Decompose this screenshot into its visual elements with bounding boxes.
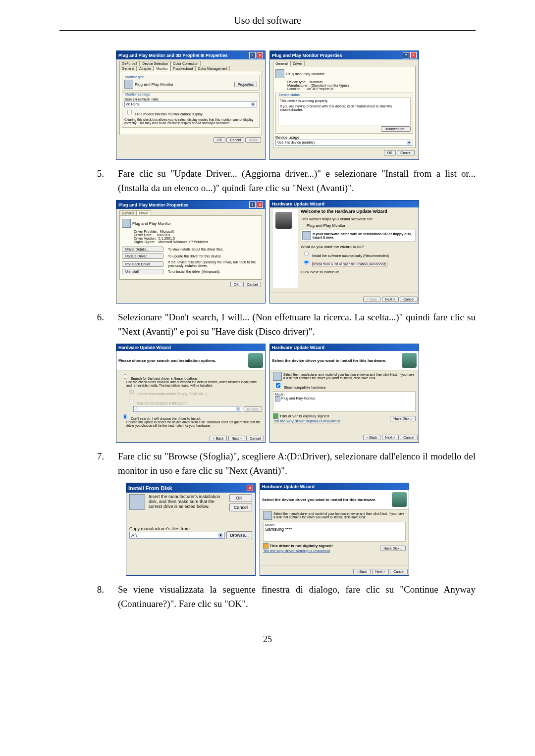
browse-button[interactable]: Browse... [226,531,252,539]
warning-icon [263,543,268,549]
install-disk-text: Insert the manufacturer's installation d… [147,494,228,509]
tab-device-selection[interactable]: Device Selection [140,61,170,66]
cancel-button[interactable]: Cancel [397,150,415,155]
back-button[interactable]: < Back [210,436,227,441]
dialog-install-from-disk: Install From Disk X Insert the manufactu… [126,483,256,576]
tab-monitor[interactable]: Monitor [154,66,170,71]
next-button[interactable]: Next > [382,435,399,440]
tab-general[interactable]: General [273,61,290,66]
driver-details-button[interactable]: Driver Details... [122,247,163,252]
copy-from-select[interactable]: A:\▾ [129,532,225,539]
disk-icon [129,494,145,510]
dont-search-desc: Choose this option to select the device … [119,420,262,427]
dialog-hardware-update-wizard-welcome: Hardware Update Wizard Welcome to the Ha… [269,200,419,303]
radio-install-auto[interactable] [304,252,309,256]
radio-dont-search[interactable] [123,414,127,419]
refresh-rate-select[interactable]: 60 Hertz▾ [124,101,257,107]
monitor-settings-label: Monitor settings [125,93,257,96]
back-button[interactable]: < Back [363,435,381,440]
cancel-button[interactable]: Cancel [229,504,252,511]
dialog-hardware-wizard-select-driver-samsung: Hardware Update Wizard Select the device… [260,483,409,576]
ok-button[interactable]: OK [230,282,242,287]
help-icon[interactable]: ? [249,202,256,208]
have-disk-button[interactable]: Have Disk... [390,416,416,421]
model-list-item[interactable]: Samsung **** [265,527,404,532]
troubleshoot-button[interactable]: Troubleshoot... [381,126,411,132]
monitor-name: Plug and Play Monitor [135,82,173,87]
back-button: < Back [363,297,381,302]
signing-info-link[interactable]: Tell me why driver signing is important [273,419,340,423]
dialog-title: Install From Disk [128,485,172,491]
ok-button[interactable]: OK [214,137,225,143]
cancel-button[interactable]: Cancel [226,137,244,143]
close-icon[interactable]: X [247,485,253,491]
tab-driver[interactable]: Driver [290,61,305,66]
dialog-pnp-monitor-properties-driver: Plug and Play Monitor Properties ?X Gene… [116,200,266,303]
close-icon[interactable]: X [257,202,263,208]
wizard-header: Select the device driver you want to ins… [262,498,389,502]
tab-general[interactable]: General [119,66,137,71]
step-number: 6. [59,310,118,339]
wizard-header: Select the device driver you want to ins… [272,358,399,363]
tab-troubleshoot[interactable]: Troubleshoot [170,66,196,71]
dialog-title: Hardware Update Wizard [272,345,324,350]
cancel-button[interactable]: Cancel [400,435,418,440]
hide-modes-checkbox[interactable] [127,110,132,114]
wizard-helps-text: This wizard helps you install software f… [301,217,416,221]
properties-button[interactable]: Properties [234,82,257,87]
cancel-button[interactable]: Cancel [246,436,264,441]
radio-search-best[interactable] [123,374,127,379]
next-button[interactable]: Next > [228,436,245,441]
close-icon[interactable]: X [257,52,263,58]
device-name: Plug and Play Monitor [286,72,324,76]
ok-button[interactable]: OK [384,150,396,155]
next-button[interactable]: Next > [382,297,399,302]
tab-color-mgmt[interactable]: Color Management [195,66,230,71]
device-name: Plug and Play Monitor [132,221,171,226]
chevron-down-icon: ▾ [407,141,411,145]
ok-button[interactable]: OK [229,494,252,502]
tab-geforce3[interactable]: GeForce3 [119,61,140,66]
dialog-title: Hardware Update Wizard [262,484,315,489]
radio-install-list[interactable] [304,260,309,264]
update-driver-text: To update the driver for this device. [165,254,260,258]
monitor-icon [263,511,272,520]
help-icon[interactable]: ? [403,52,409,58]
radio-install-list-label: Install from a list or specific location… [312,262,387,266]
wizard-welcome-title: Welcome to the Hardware Update Wizard [301,209,416,214]
copy-from-label: Copy manufacturer's files from: [129,526,252,531]
update-driver-button[interactable]: Update Driver... [122,253,163,259]
help-icon[interactable]: ? [249,52,256,58]
cancel-button[interactable]: Cancel [243,282,261,287]
have-disk-button[interactable]: Have Disk... [380,546,406,551]
model-list-item[interactable]: Plug and Play Monitor [275,396,414,402]
step-text: Se viene visualizzata la seguente finest… [118,583,476,611]
tab-driver[interactable]: Driver [137,210,151,215]
cancel-button[interactable]: Cancel [400,297,418,302]
browse-button: Browse [244,406,262,412]
checkbox-show-compatible[interactable] [276,383,280,388]
cancel-button[interactable]: Cancel [390,569,408,574]
step-number: 5. [59,167,118,195]
uninstall-button[interactable]: Uninstall [122,269,163,274]
close-icon[interactable]: X [410,52,417,58]
back-button[interactable]: < Back [353,569,371,574]
model-column-header: Model [275,393,414,396]
page-header: Uso del software [59,15,476,31]
monitor-icon [273,372,282,381]
radio-dont-search-label: Don't search. I will choose the driver t… [131,417,201,420]
driver-provider-label: Driver Provider: [134,230,158,233]
tab-color-correction[interactable]: Color Correction [170,61,201,66]
signing-info-link[interactable]: Tell me why driver signing is important [263,549,330,553]
checkbox-search-removable [129,390,134,394]
cd-icon [302,231,311,240]
checkbox-show-compatible-label: Show compatible hardware [284,386,325,389]
device-usage-select[interactable]: Use this device (enable)▾ [275,140,413,146]
next-button[interactable]: Next > [372,569,389,574]
tab-general[interactable]: General [119,210,137,215]
dialog-title: Plug and Play Monitor Properties [118,202,189,207]
roll-back-driver-button[interactable]: Roll Back Driver [122,261,163,267]
tab-adapter[interactable]: Adapter [137,66,154,71]
step-text: Selezionare "Don't search, I will... (No… [118,310,476,339]
driver-icon [275,396,280,402]
